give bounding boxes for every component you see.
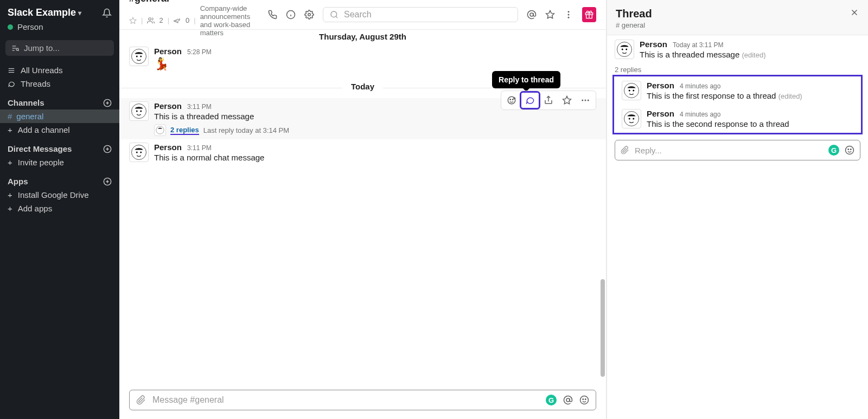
add-channel-button[interactable]: + Add a channel (0, 123, 119, 137)
add-channel-icon[interactable] (103, 99, 112, 107)
share-message-icon[interactable] (539, 92, 558, 108)
message-author[interactable]: Person (154, 101, 182, 111)
plus-icon: + (8, 158, 12, 167)
svg-point-25 (530, 13, 533, 16)
reply-placeholder: Reply... (635, 146, 823, 155)
section-apps[interactable]: Apps (0, 169, 119, 188)
svg-point-32 (132, 49, 146, 64)
svg-point-34 (140, 56, 142, 57)
message-time: 4 minutes ago (680, 82, 720, 90)
thread-reply-input[interactable]: Reply... G (615, 140, 860, 160)
grammarly-icon[interactable]: G (828, 145, 839, 156)
more-actions-icon[interactable] (576, 92, 595, 108)
info-icon[interactable] (286, 10, 296, 20)
svg-point-55 (585, 399, 586, 400)
reply-thread-icon[interactable] (521, 92, 539, 108)
avatar[interactable] (129, 143, 149, 162)
mention-icon[interactable] (563, 395, 573, 405)
add-reaction-icon[interactable] (502, 92, 521, 108)
install-google-drive-button[interactable]: + Install Google Drive (0, 188, 119, 202)
channel-general[interactable]: # general (0, 109, 119, 123)
mentions-icon[interactable] (527, 10, 537, 20)
svg-point-42 (582, 100, 583, 101)
close-thread-icon[interactable] (850, 8, 859, 17)
svg-point-37 (513, 99, 514, 100)
avatar[interactable] (622, 109, 641, 128)
avatar[interactable] (622, 81, 641, 100)
jump-placeholder: Jump to... (24, 43, 60, 53)
nav-label: All Unreads (21, 66, 63, 75)
notifications-bell-icon[interactable] (102, 8, 112, 18)
section-channels[interactable]: Channels (0, 91, 119, 109)
nav-all-unreads[interactable]: All Unreads (0, 63, 119, 77)
message-list: Thursday, August 29th Person 5:28 PM 💃 T… (119, 30, 606, 384)
nav-threads[interactable]: Threads (0, 77, 119, 91)
svg-marker-17 (130, 17, 136, 23)
sidebar: Slack Example ▾ Person Jump to... All Un… (0, 0, 119, 419)
thread-channel: # general (616, 21, 652, 29)
avatar[interactable] (129, 47, 149, 66)
channel-name: general (16, 112, 43, 121)
message-author[interactable]: Person (640, 40, 667, 49)
attach-file-icon[interactable] (136, 395, 146, 405)
call-icon[interactable] (267, 10, 277, 20)
thread-title: Thread (616, 8, 652, 20)
attach-file-icon[interactable] (621, 146, 629, 154)
message-compose-input[interactable]: Message #general G (129, 390, 596, 410)
invite-label: Invite people (18, 158, 64, 167)
members-count: 2 (159, 16, 163, 24)
reply-count-link[interactable]: 2 replies (170, 126, 199, 135)
reply-avatar (154, 124, 166, 136)
emoji-icon[interactable] (845, 145, 854, 155)
message-row: Person 3:11 PM This is a normal chat mes… (119, 139, 606, 165)
avatar[interactable] (615, 40, 634, 59)
invite-people-button[interactable]: + Invite people (0, 156, 119, 169)
star-icon[interactable] (545, 10, 555, 20)
add-apps-button[interactable]: + Add apps (0, 202, 119, 215)
add-dm-icon[interactable] (103, 145, 112, 153)
message-text: This is a threaded message (154, 112, 289, 121)
gift-icon[interactable] (582, 7, 596, 22)
channel-header: #general | 2 | 0 | Company-wide announce… (119, 0, 606, 30)
section-label: Direct Messages (8, 144, 72, 153)
jump-to-input[interactable]: Jump to... (5, 40, 114, 56)
svg-point-23 (331, 11, 337, 17)
svg-point-47 (140, 111, 142, 112)
svg-point-65 (629, 118, 630, 120)
install-gdrive-label: Install Google Drive (18, 190, 89, 199)
message-author[interactable]: Person (647, 81, 674, 90)
pin-icon[interactable] (174, 17, 181, 24)
svg-point-45 (132, 104, 146, 119)
message-author[interactable]: Person (647, 109, 674, 118)
current-user-name: Person (17, 22, 43, 31)
svg-point-46 (136, 111, 138, 112)
svg-point-59 (622, 49, 623, 50)
more-vertical-icon[interactable] (564, 10, 573, 20)
add-channel-label: Add a channel (18, 125, 70, 134)
scrollbar[interactable] (601, 279, 605, 377)
emoji-icon[interactable] (579, 395, 589, 405)
thread-summary[interactable]: 2 replies Last reply today at 3:14 PM (154, 124, 289, 136)
star-message-icon[interactable] (558, 92, 576, 108)
message-time: 3:11 PM (187, 144, 212, 152)
add-app-icon[interactable] (103, 177, 112, 186)
settings-gear-icon[interactable] (304, 10, 314, 20)
user-presence[interactable]: Person (0, 20, 119, 37)
members-icon[interactable] (147, 17, 155, 24)
svg-point-54 (583, 399, 584, 400)
grammarly-icon[interactable]: G (546, 395, 557, 405)
message-text: This is the first response to a thread (… (647, 91, 802, 100)
search-input[interactable]: Search (323, 7, 518, 22)
section-direct-messages[interactable]: Direct Messages (0, 137, 119, 156)
pin-count: 0 (186, 16, 189, 24)
avatar[interactable] (129, 101, 149, 121)
message-author[interactable]: Person (154, 143, 182, 152)
message-author[interactable]: Person (154, 47, 182, 56)
workspace-name: Slack Example (8, 7, 76, 18)
star-channel-icon[interactable] (129, 17, 137, 24)
plus-icon: + (8, 190, 12, 199)
svg-point-49 (132, 145, 146, 160)
workspace-switcher[interactable]: Slack Example ▾ (8, 7, 81, 18)
jump-icon (11, 44, 20, 53)
section-label: Channels (8, 98, 44, 107)
